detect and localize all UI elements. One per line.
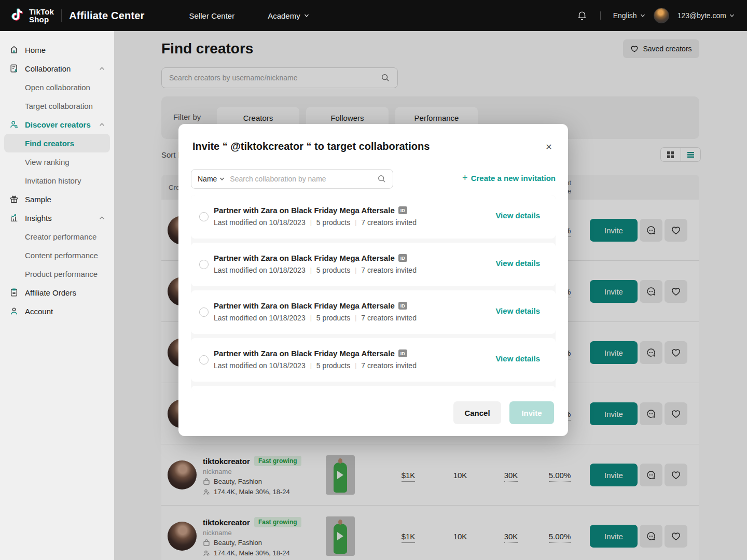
topbar-divider [61, 9, 62, 22]
creators-invited-count: 7 creators invited [361, 218, 417, 227]
chevron-up-icon [99, 66, 105, 72]
account-avatar[interactable] [654, 8, 669, 23]
view-details-link[interactable]: View details [495, 211, 540, 220]
cancel-button[interactable]: Cancel [453, 401, 501, 424]
sidebar-item-view-ranking[interactable]: View ranking [4, 152, 110, 171]
sidebar-item-product-performance[interactable]: Product performance [4, 264, 110, 283]
tiktok-note-icon [9, 7, 25, 24]
products-count: 5 products [316, 266, 350, 274]
id-badge: ID [398, 302, 407, 310]
close-icon[interactable]: ✕ [542, 139, 556, 154]
separator: | [355, 314, 356, 321]
sidebar-item-sample[interactable]: Sample [4, 190, 110, 208]
modal-invite-button[interactable]: Invite [509, 401, 554, 424]
separator: | [355, 267, 356, 274]
id-badge: ID [398, 349, 407, 357]
creators-invited-count: 7 creators invited [361, 266, 417, 274]
collaboration-item: Partner with Zara on Black Friday Mega A… [191, 195, 556, 239]
modal-footer: Cancel Invite [178, 401, 568, 424]
radio-button[interactable] [199, 260, 209, 269]
topbar-divider [600, 11, 601, 20]
collaboration-title: Partner with Zara on Black Friday Mega A… [214, 301, 395, 310]
last-modified: Last modified on 10/18/2023 [214, 218, 306, 227]
search-icon[interactable] [377, 174, 386, 184]
account-person-icon [9, 306, 19, 316]
collaboration-icon [9, 64, 19, 73]
logo-wordmark: TikTok Shop [29, 8, 54, 23]
nav-academy[interactable]: Academy [268, 11, 309, 20]
sidebar-item-affiliate-orders[interactable]: Affiliate Orders [4, 283, 110, 302]
chevron-down-icon [219, 176, 225, 181]
discover-creators-icon [9, 120, 19, 129]
collaboration-item: Partner with Zara on Black Friday Mega A… [191, 338, 556, 382]
products-count: 5 products [316, 361, 350, 370]
separator: | [355, 362, 356, 369]
sidebar-item-collaboration[interactable]: Collaboration [4, 59, 110, 78]
view-details-link[interactable]: View details [495, 354, 540, 363]
nav-seller-center[interactable]: Seller Center [189, 11, 235, 20]
chevron-up-icon [99, 215, 105, 221]
sidebar-item-insights[interactable]: Insights [4, 208, 110, 227]
notifications-bell-icon[interactable] [576, 10, 588, 21]
separator: | [310, 267, 312, 274]
chevron-down-icon [304, 13, 309, 18]
sidebar-item-open-collaboration[interactable]: Open collaboration [4, 78, 110, 96]
separator: | [310, 362, 312, 369]
main-content: Find creators Saved creators Filter by C… [114, 31, 747, 560]
collaboration-item-clipped [191, 386, 556, 390]
separator: | [310, 219, 312, 226]
language-selector[interactable]: English [613, 11, 645, 20]
separator: | [310, 314, 312, 321]
top-navbar: TikTok Shop Affiliate Center Seller Cent… [0, 0, 747, 31]
radio-button[interactable] [199, 212, 209, 221]
radio-button[interactable] [199, 355, 209, 365]
creators-invited-count: 7 creators invited [361, 361, 417, 370]
id-badge: ID [398, 206, 407, 214]
insights-chart-icon [9, 213, 19, 222]
create-new-invitation-link[interactable]: + Create a new invitation [462, 174, 556, 183]
sidebar-item-discover-creators[interactable]: Discover creators [4, 115, 110, 134]
sidebar-item-account[interactable]: Account [4, 302, 110, 320]
modal-title: Invite “ @tiktokcreator “ to target coll… [192, 141, 430, 152]
invite-collaboration-modal: Invite “ @tiktokcreator “ to target coll… [178, 124, 568, 436]
products-count: 5 products [316, 314, 350, 322]
radio-button[interactable] [199, 307, 209, 317]
last-modified: Last modified on 10/18/2023 [214, 314, 306, 322]
collaboration-list: Partner with Zara on Black Friday Mega A… [191, 195, 556, 390]
separator: | [355, 219, 356, 226]
sidebar: Home Collaboration Open collaboration Ta… [0, 31, 114, 560]
collaboration-search-box: Name [191, 169, 393, 189]
plus-icon: + [462, 174, 468, 182]
id-badge: ID [398, 254, 407, 262]
account-menu[interactable]: 123@byte.com [677, 11, 735, 20]
tiktok-shop-logo[interactable]: TikTok Shop [9, 7, 54, 24]
sidebar-item-invitation-history[interactable]: Invitation history [4, 171, 110, 190]
collaboration-title: Partner with Zara on Black Friday Mega A… [214, 206, 395, 215]
home-icon [9, 45, 19, 54]
sidebar-item-find-creators[interactable]: Find creators [4, 134, 110, 152]
collaboration-item: Partner with Zara on Black Friday Mega A… [191, 243, 556, 286]
collaboration-title: Partner with Zara on Black Friday Mega A… [214, 254, 395, 262]
collaboration-search-input[interactable] [230, 175, 377, 183]
gift-icon [9, 194, 19, 204]
view-details-link[interactable]: View details [495, 259, 540, 268]
products-count: 5 products [316, 218, 350, 227]
collaboration-title: Partner with Zara on Black Friday Mega A… [214, 349, 395, 358]
sidebar-item-home[interactable]: Home [4, 40, 110, 59]
sidebar-item-target-collaboration[interactable]: Target collaboration [4, 96, 110, 115]
creators-invited-count: 7 creators invited [361, 314, 417, 322]
app-title: Affiliate Center [69, 10, 144, 22]
chevron-down-icon [729, 13, 735, 18]
sidebar-item-creator-performance[interactable]: Creator performance [4, 227, 110, 246]
name-filter-dropdown[interactable]: Name [198, 175, 225, 183]
sidebar-item-content-performance[interactable]: Content performance [4, 246, 110, 264]
last-modified: Last modified on 10/18/2023 [214, 266, 306, 274]
chevron-down-icon [640, 13, 645, 18]
orders-clipboard-icon [9, 288, 19, 297]
chevron-up-icon [99, 122, 105, 128]
last-modified: Last modified on 10/18/2023 [214, 361, 306, 370]
collaboration-item: Partner with Zara on Black Friday Mega A… [191, 290, 556, 334]
view-details-link[interactable]: View details [495, 306, 540, 315]
